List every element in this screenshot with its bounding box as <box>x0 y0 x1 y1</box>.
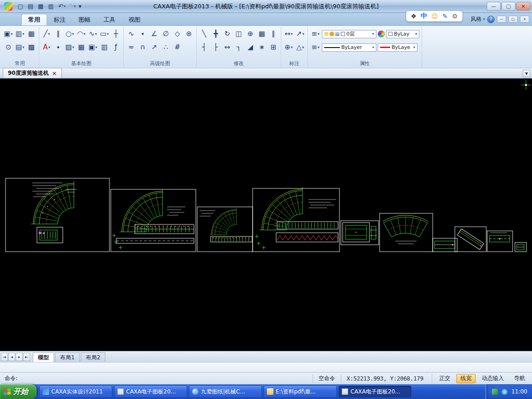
arc-tool-icon[interactable]: ◠▾ <box>76 29 86 40</box>
datum-tool-icon[interactable]: △▾ <box>295 42 305 53</box>
rectangle-tool-icon[interactable]: ▭▾ <box>99 29 109 40</box>
parallel-line-tool-icon[interactable]: ∥▾ <box>53 29 63 40</box>
drawing-canvas[interactable] <box>0 79 532 351</box>
rotate-tool-icon[interactable]: ↻▾ <box>222 29 232 40</box>
tolerance-tool-icon[interactable]: ⊕▾ <box>284 42 294 53</box>
minimize-button[interactable]: — <box>487 2 501 11</box>
nav-toggle[interactable]: 导航 <box>510 374 529 383</box>
arrow-tool-icon[interactable]: ↗▾ <box>149 42 159 53</box>
ime-settings-icon[interactable]: ⚙ <box>452 12 458 20</box>
maximize-button[interactable]: ▢ <box>502 2 515 11</box>
polygon-tool-icon[interactable]: ◇▾ <box>172 29 182 40</box>
array-tool-icon[interactable]: ▦▾ <box>257 29 267 40</box>
tab-model[interactable]: 模型 <box>33 352 54 362</box>
task-caxa-cad-1[interactable]: CAXA电子图板20... <box>114 386 187 398</box>
spline-tool-icon[interactable]: ∿▾ <box>88 29 98 40</box>
app-logo-icon[interactable] <box>4 2 13 11</box>
ortho-toggle[interactable]: 正交 <box>435 374 454 383</box>
prev-layout-button[interactable]: ◀ <box>8 353 15 361</box>
formula-tool-icon[interactable]: ƒ▾ <box>111 42 121 53</box>
extend-tool-icon[interactable]: ├▾ <box>211 42 221 53</box>
lineweight-toggle[interactable]: 线宽 <box>456 374 476 383</box>
wave-line-tool-icon[interactable]: ∿▾ <box>126 29 136 40</box>
tab-layout2[interactable]: 布局2 <box>81 352 106 362</box>
close-button[interactable]: × <box>516 2 530 11</box>
tray-ime-icon[interactable] <box>502 389 508 395</box>
image-tool-icon[interactable]: ▥▾ <box>99 42 109 53</box>
task-caxa-solid-2011[interactable]: CAXA实体设计2011 <box>39 386 112 398</box>
arc-chain-tool-icon[interactable]: ∩▾ <box>138 42 148 53</box>
hatch-tool-icon[interactable]: ▨▾ <box>65 42 75 53</box>
ime-emoji-icon[interactable]: ☺ <box>431 12 438 20</box>
next-layout-button[interactable]: ▶ <box>16 353 23 361</box>
ime-pen-icon[interactable]: ✎ <box>442 12 448 20</box>
copy-icon[interactable]: ▥▾ <box>15 29 25 40</box>
child-close-button[interactable]: × <box>520 16 529 23</box>
explode-tool-icon[interactable]: ∗▾ <box>257 42 267 53</box>
point-array-tool-icon[interactable]: ∴▾ <box>161 42 171 53</box>
child-minimize-button[interactable]: — <box>497 16 506 23</box>
tab-sheet[interactable]: 图幅 <box>72 14 97 25</box>
command-prompt[interactable]: 命令: <box>2 375 20 382</box>
double-wave-tool-icon[interactable]: ≈▾ <box>126 42 136 53</box>
leader-tool-icon[interactable]: ↗▾ <box>295 29 305 40</box>
circle-tool-icon[interactable]: ○▾ <box>65 29 75 40</box>
line-tool-icon[interactable]: ╱▾ <box>42 29 52 40</box>
dynamic-input-toggle[interactable]: 动态输入 <box>478 374 508 383</box>
grid-tool-icon[interactable]: #▾ <box>172 42 182 53</box>
help-icon[interactable]: ? <box>487 16 495 23</box>
tab-tools[interactable]: 工具 <box>97 14 122 25</box>
tab-common[interactable]: 常用 <box>21 14 47 25</box>
save-icon[interactable]: ▦▾ <box>37 2 46 11</box>
palette-grid-icon[interactable]: ▩▾ <box>26 42 36 53</box>
formula-curve-tool-icon[interactable]: ⊛▾ <box>184 29 194 40</box>
block-tool-icon[interactable]: ▣▾ <box>88 42 98 53</box>
print-icon[interactable]: ▥▾ <box>47 2 56 11</box>
angle-line-tool-icon[interactable]: ∠▾ <box>149 29 159 40</box>
text-tool-icon[interactable]: A▾ <box>42 42 52 53</box>
mirror-tool-icon[interactable]: ◫▾ <box>234 29 244 40</box>
task-browser[interactable]: 九爱图纸|机械C... <box>189 386 262 398</box>
tab-layout1[interactable]: 布局1 <box>55 352 80 362</box>
layer-tool-icon[interactable]: ≡▾ <box>310 29 320 40</box>
new-sheet-icon[interactable]: ▤▾ <box>15 42 25 53</box>
corner-tool-icon[interactable]: ┐▾ <box>234 42 244 53</box>
linetype-select[interactable]: ByLayer ▾ <box>322 43 376 52</box>
redo-icon[interactable]: ↷▾ <box>67 2 77 11</box>
style-button[interactable]: 风格▾ <box>471 15 485 23</box>
point-sample-tool-icon[interactable]: ∙▾ <box>138 29 148 40</box>
command-history[interactable] <box>0 362 532 372</box>
trim-tool-icon[interactable]: ┤▾ <box>199 42 209 53</box>
tab-view[interactable]: 视图 <box>122 14 147 25</box>
dimension-tool-icon[interactable]: ↔▾ <box>284 29 294 40</box>
lineweight-tool-icon[interactable]: ≡▾ <box>310 42 320 53</box>
tray-caxa-icon[interactable] <box>492 389 498 395</box>
ime-logo-icon[interactable]: ❖ <box>411 12 417 20</box>
offset-tool-icon[interactable]: ∥▾ <box>268 29 278 40</box>
zoom-icon[interactable]: ⊙▾ <box>3 42 13 53</box>
last-layout-button[interactable]: ▶| <box>23 353 30 361</box>
move-tool-icon[interactable]: ╋▾ <box>211 29 221 40</box>
lineweight-select[interactable]: ByLaye ▾ <box>378 43 417 52</box>
chamfer-tool-icon[interactable]: ◢▾ <box>245 42 255 53</box>
color-wheel-icon[interactable] <box>378 30 385 37</box>
task-caxa-cad-2[interactable]: CAXA电子图板20... <box>339 386 411 398</box>
paste-icon[interactable]: ▣▾ <box>3 29 13 40</box>
group-tool-icon[interactable]: ⊞▾ <box>268 42 278 53</box>
table-tool-icon[interactable]: ▦▾ <box>76 42 86 53</box>
child-restore-button[interactable]: ▢ <box>508 16 518 23</box>
erase-tool-icon[interactable]: ╲▾ <box>199 29 209 40</box>
circular-array-tool-icon[interactable]: ⊕▾ <box>245 29 255 40</box>
open-file-icon[interactable]: ▤▾ <box>27 2 36 11</box>
color-select[interactable]: ByLay ▾ <box>386 30 419 38</box>
stretch-tool-icon[interactable]: ↔▾ <box>222 42 232 53</box>
insert-grid-icon[interactable]: ▦▾ <box>26 29 36 40</box>
undo-icon[interactable]: ↶▾ <box>57 2 66 11</box>
first-layout-button[interactable]: |◀ <box>1 353 8 361</box>
point-tool-icon[interactable]: ∙▾ <box>53 42 63 53</box>
ime-lang-icon[interactable]: 中 <box>421 12 427 20</box>
start-button[interactable]: 开始 <box>0 384 36 399</box>
qat-customize-icon[interactable]: ▾▾ <box>78 2 87 11</box>
centerline-tool-icon[interactable]: ┼▾ <box>111 29 121 40</box>
new-file-icon[interactable]: ▢▾ <box>17 2 26 11</box>
